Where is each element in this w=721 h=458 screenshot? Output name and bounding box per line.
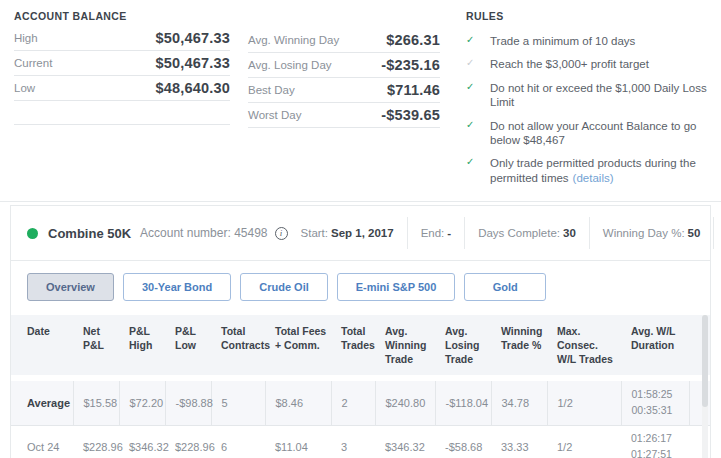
- rule-item: ✓ Only trade permitted products during t…: [466, 156, 707, 185]
- balance-row-low: Low $48,640.30: [14, 76, 230, 101]
- combine-header-row: Combine 50K Account number: 45498 i Star…: [11, 206, 710, 261]
- stat-value: $266.31: [386, 32, 440, 48]
- col-header-avg-win: Avg. Winning Trade: [375, 315, 435, 378]
- col-header-win-pct: Winning Trade %: [491, 315, 547, 378]
- col-header-fees: Total Fees + Comm.: [265, 315, 331, 378]
- stat-value: -$539.65: [381, 107, 440, 123]
- col-header-pl-high: P&L High: [119, 315, 165, 378]
- check-icon: ✓: [466, 57, 490, 70]
- info-icon[interactable]: i: [275, 227, 288, 240]
- col-header-net-pl: Net P&L: [73, 315, 119, 378]
- table-row-average: Average $15.58 $72.20 -$98.88 5 $8.46 2 …: [11, 378, 710, 426]
- rule-item: ✓ Trade a minimum of 10 days: [466, 34, 707, 48]
- balance-label: High: [14, 32, 38, 44]
- tab-30-year-bond[interactable]: 30-Year Bond: [123, 273, 231, 301]
- check-icon: ✓: [466, 34, 490, 47]
- stat-label: Avg. Losing Day: [248, 59, 332, 71]
- stat-value: $711.46: [387, 82, 440, 98]
- balance-value: $50,467.33: [155, 30, 230, 46]
- rules-list: ✓ Trade a minimum of 10 days ✓ Reach the…: [466, 34, 707, 185]
- scrollbar-thumb[interactable]: [702, 315, 708, 407]
- meta-status: Status:Open: [714, 227, 721, 239]
- rule-text: Do not allow your Account Balance to go …: [490, 119, 707, 148]
- rule-text: Reach the $3,000+ profit target: [490, 57, 649, 71]
- top-stats-section: ACCOUNT BALANCE High $50,467.33 Current …: [0, 0, 721, 194]
- vertical-scrollbar[interactable]: [702, 315, 708, 458]
- account-number: Account number: 45498: [140, 226, 267, 240]
- rule-item: ✓ Do not allow your Account Balance to g…: [466, 119, 707, 148]
- rule-text: Trade a minimum of 10 days: [490, 34, 635, 48]
- account-balance-title: ACCOUNT BALANCE: [14, 10, 230, 22]
- meta-days-complete: Days Complete:30: [465, 227, 589, 239]
- col-header-duration: Avg. W/L Duration: [621, 315, 689, 378]
- check-icon: ✓: [466, 81, 490, 94]
- check-icon: ✓: [466, 156, 490, 169]
- check-icon: ✓: [466, 119, 490, 132]
- account-balance-panel: ACCOUNT BALANCE High $50,467.33 Current …: [14, 6, 230, 194]
- stat-label: Best Day: [248, 84, 295, 96]
- stat-row-worst-day: Worst Day -$539.65: [248, 103, 440, 128]
- rule-text: Only trade permitted products during the…: [490, 156, 707, 185]
- section-divider: [0, 201, 721, 202]
- col-header-contracts: Total Contracts: [211, 315, 265, 378]
- rule-text: Do not hit or exceed the $1,000 Daily Lo…: [490, 81, 707, 110]
- balance-value: $50,467.33: [155, 55, 230, 71]
- stat-row-avg-winning-day: Avg. Winning Day $266.31: [248, 28, 440, 53]
- tab-overview[interactable]: Overview: [27, 273, 114, 301]
- col-header-trades: Total Trades: [331, 315, 375, 378]
- stats-table-wrap: Date Net P&L P&L High P&L Low Total Cont…: [11, 315, 710, 458]
- stat-row-avg-losing-day: Avg. Losing Day -$235.16: [248, 53, 440, 78]
- stat-row-best-day: Best Day $711.46: [248, 78, 440, 103]
- table-header-row: Date Net P&L P&L High P&L Low Total Cont…: [11, 315, 710, 378]
- stat-label: Avg. Winning Day: [248, 34, 339, 46]
- tab-emini-sp500[interactable]: E-mini S&P 500: [337, 273, 456, 301]
- col-header-avg-lose: Avg. Losing Trade: [435, 315, 491, 378]
- stat-value: -$235.16: [381, 57, 440, 73]
- balance-row-empty: [14, 101, 230, 125]
- rules-panel: RULES ✓ Trade a minimum of 10 days ✓ Rea…: [466, 6, 707, 194]
- col-header-consec: Max. Consec. W/L Trades: [547, 315, 621, 378]
- meta-winning-day-pct: Winning Day %:50: [590, 227, 714, 239]
- combine-name: Combine 50K: [48, 226, 131, 241]
- table-row: Oct 24 $228.96 $346.32 $228.96 6 $11.04 …: [11, 426, 710, 458]
- tab-gold[interactable]: Gold: [464, 273, 546, 301]
- rule-item: ✓ Reach the $3,000+ profit target: [466, 57, 707, 71]
- day-stats-panel: Avg. Winning Day $266.31 Avg. Losing Day…: [248, 6, 440, 194]
- instrument-tabs: Overview 30-Year Bond Crude Oil E-mini S…: [11, 261, 710, 315]
- balance-row-high: High $50,467.33: [14, 26, 230, 51]
- meta-end: End:-: [408, 227, 465, 239]
- rule-item: ✓ Do not hit or exceed the $1,000 Daily …: [466, 81, 707, 110]
- daily-stats-table: Date Net P&L P&L High P&L Low Total Cont…: [11, 315, 710, 458]
- balance-value: $48,640.30: [155, 80, 230, 96]
- meta-start: Start:Sep 1, 2017: [288, 227, 407, 239]
- tab-crude-oil[interactable]: Crude Oil: [240, 273, 328, 301]
- combine-card: Combine 50K Account number: 45498 i Star…: [10, 205, 711, 458]
- balance-row-current: Current $50,467.33: [14, 51, 230, 76]
- status-dot-icon: [27, 228, 38, 239]
- combine-meta: Start:Sep 1, 2017 End:- Days Complete:30…: [288, 217, 721, 249]
- stat-label: Worst Day: [248, 109, 301, 121]
- col-header-pl-low: P&L Low: [165, 315, 211, 378]
- balance-label: Low: [14, 82, 35, 94]
- rules-title: RULES: [466, 10, 707, 22]
- balance-label: Current: [14, 57, 52, 69]
- trading-dashboard: ACCOUNT BALANCE High $50,467.33 Current …: [0, 0, 721, 458]
- details-link[interactable]: (details): [573, 172, 614, 184]
- col-header-date: Date: [11, 315, 73, 378]
